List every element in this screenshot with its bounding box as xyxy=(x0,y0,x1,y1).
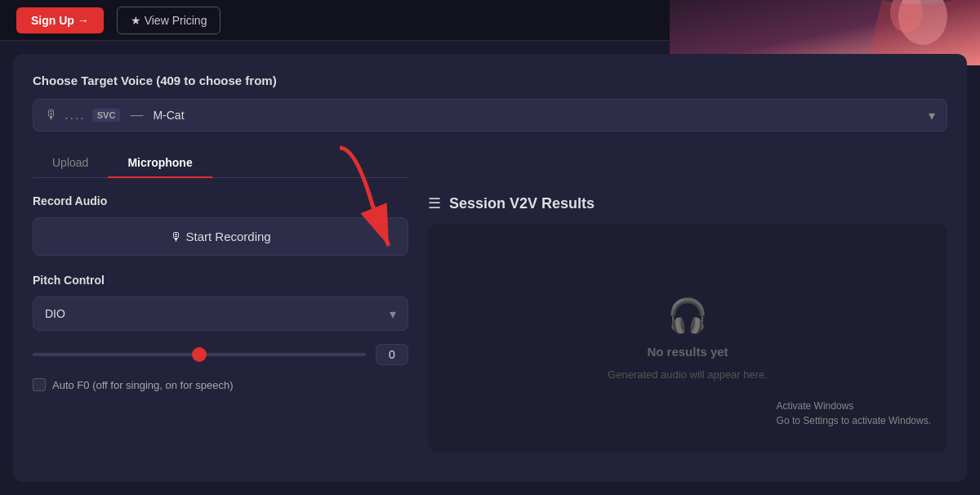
slider-fill xyxy=(33,353,199,356)
headphones-icon: 🎧 xyxy=(667,297,708,335)
main-area: Choose Target Voice (409 to choose from)… xyxy=(0,41,980,495)
hamburger-icon: ☰ xyxy=(428,194,441,212)
win-line1: Activate Windows xyxy=(777,399,931,413)
win-line2: Go to Settings to activate Windows. xyxy=(777,413,931,428)
voice-name: M-Cat xyxy=(153,109,184,122)
windows-activation: Activate Windows Go to Settings to activ… xyxy=(777,399,931,428)
tabs-container: Upload Microphone xyxy=(33,148,408,178)
signup-button[interactable]: Sign Up → xyxy=(16,7,104,33)
tab-microphone[interactable]: Microphone xyxy=(108,148,212,177)
dots: .... xyxy=(65,108,86,123)
slider-row: 0 xyxy=(33,344,408,365)
pitch-name: DIO xyxy=(45,307,65,320)
session-title: Session V2V Results xyxy=(449,195,595,212)
pitch-slider[interactable] xyxy=(33,353,366,356)
pitch-control-label: Pitch Control xyxy=(33,274,408,287)
mic-icon: 🎙 xyxy=(45,108,58,123)
no-results-text: No results yet xyxy=(647,345,728,359)
pitch-arrow-icon: ▾ xyxy=(390,306,396,322)
svc-badge: SVC xyxy=(92,109,121,122)
voice-dropdown[interactable]: 🎙 .... SVC — M-Cat ▾ xyxy=(33,99,947,132)
choose-voice-label: Choose Target Voice (409 to choose from) xyxy=(33,74,947,87)
left-panel: Record Audio 🎙 Start Recording Pitch Con… xyxy=(33,194,408,453)
session-header: ☰ Session V2V Results xyxy=(428,194,947,212)
auto-f0-row: Auto F0 (off for singing, on for speech) xyxy=(33,378,408,391)
dropdown-arrow-icon: ▾ xyxy=(929,108,935,123)
record-audio-label: Record Audio xyxy=(33,194,408,207)
pitch-dropdown[interactable]: DIO ▾ xyxy=(33,297,408,331)
slider-value: 0 xyxy=(376,344,408,365)
main-card: Choose Target Voice (409 to choose from)… xyxy=(13,54,967,482)
slider-thumb[interactable] xyxy=(192,347,207,362)
auto-f0-label: Auto F0 (off for singing, on for speech) xyxy=(52,379,234,391)
tab-upload[interactable]: Upload xyxy=(33,148,108,177)
content-row: Record Audio 🎙 Start Recording Pitch Con… xyxy=(33,194,947,453)
separator: — xyxy=(130,108,143,123)
view-pricing-button[interactable]: ★ View Pricing xyxy=(117,7,221,34)
auto-f0-checkbox[interactable] xyxy=(33,378,46,391)
results-area: 🎧 No results yet Generated audio will ap… xyxy=(428,224,947,453)
right-panel: ☰ Session V2V Results 🎧 No results yet G… xyxy=(428,194,947,453)
generated-hint-text: Generated audio will appear here. xyxy=(608,368,768,381)
start-recording-button[interactable]: 🎙 Start Recording xyxy=(33,217,408,256)
